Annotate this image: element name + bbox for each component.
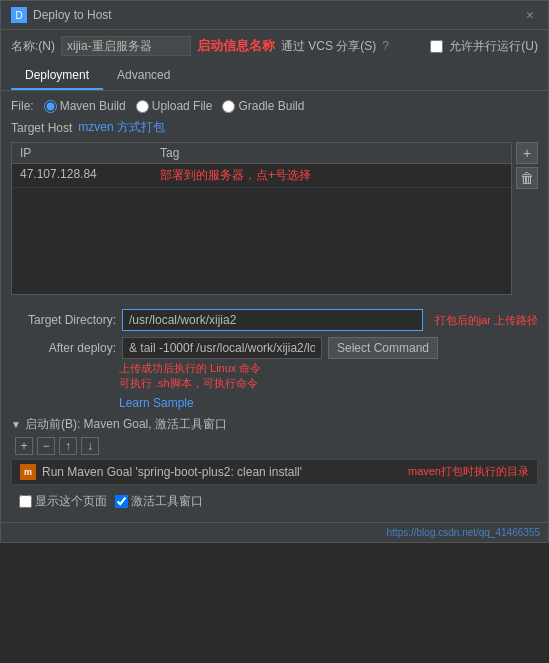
col-tag: Tag [160,146,179,160]
trash-icon: 🗑 [520,170,534,186]
toolbar-add-button[interactable]: + [15,437,33,455]
target-dir-annotation: 打包后的jar 上传路径 [435,313,538,328]
learn-sample-link[interactable]: Learn Sample [119,396,194,410]
after-deploy-label: After deploy: [11,341,116,355]
file-label: File: [11,99,34,113]
cell-ip: 47.107.128.84 [20,167,160,184]
target-dir-row: Target Directory: 打包后的jar 上传路径 [11,309,538,331]
tab-deployment[interactable]: Deployment [11,62,103,90]
allow-parallel-checkbox[interactable] [430,40,443,53]
window-icon: D [11,7,27,23]
learn-sample-row: Learn Sample [11,396,538,410]
before-deploy-label: 启动前(B): Maven Goal, 激活工具窗口 [25,416,227,433]
name-input[interactable] [61,36,191,56]
footer: https://blog.csdn.net/qq_41466355 [1,522,548,542]
name-label: 名称:(N) [11,38,55,55]
radio-maven[interactable]: Maven Build [44,99,126,113]
delete-host-button[interactable]: 🗑 [516,167,538,189]
col-ip: IP [20,146,160,160]
hosts-table: IP Tag 47.107.128.84 部署到的服务器，点+号选择 [11,142,512,295]
annotation-line1: 上传成功后执行的 Linux 命令 [119,361,538,376]
show-page-label: 显示这个页面 [35,493,107,510]
tabs-bar: Deployment Advanced [1,62,548,91]
target-host-label: Target Host [11,121,72,135]
toolbar-remove-button[interactable]: − [37,437,55,455]
radio-upload[interactable]: Upload File [136,99,213,113]
table-section: IP Tag 47.107.128.84 部署到的服务器，点+号选择 + 🗑 [11,142,538,301]
maven-run-text: Run Maven Goal 'spring-boot-plus2: clean… [42,465,402,479]
show-page-checkbox[interactable] [19,495,32,508]
after-deploy-input[interactable] [122,337,322,359]
deployment-content: File: Maven Build Upload File Gradle Bui… [1,91,548,522]
table-action-buttons: + 🗑 [516,142,538,301]
name-row: 名称:(N) 启动信息名称 通过 VCS 分享(S) ? 允许并行运行(U) [1,30,548,62]
toolbar-up-button[interactable]: ↑ [59,437,77,455]
select-command-button[interactable]: Select Command [328,337,438,359]
cell-tag: 部署到的服务器，点+号选择 [160,167,311,184]
activate-tool-option[interactable]: 激活工具窗口 [115,493,203,510]
activate-tool-label: 激活工具窗口 [131,493,203,510]
maven-icon: m [20,464,36,480]
target-dir-input[interactable] [122,309,423,331]
add-host-button[interactable]: + [516,142,538,164]
target-host-annotation: mzven 方式打包 [78,119,165,136]
footer-link[interactable]: https://blog.csdn.net/qq_41466355 [387,527,540,538]
table-body: 47.107.128.84 部署到的服务器，点+号选择 [12,164,511,294]
after-deploy-annotation: 上传成功后执行的 Linux 命令 可执行 .sh脚本，可执行命令 [119,361,538,392]
after-deploy-row: After deploy: Select Command 上传成功后执行的 Li… [11,337,538,392]
maven-annotation: maven打包时执行的目录 [408,464,529,479]
window-title: Deploy to Host [33,8,112,22]
close-button[interactable]: × [522,7,538,23]
tab-advanced[interactable]: Advanced [103,62,184,90]
toolbar-down-button[interactable]: ↓ [81,437,99,455]
before-deploy-header: ▼ 启动前(B): Maven Goal, 激活工具窗口 [11,416,538,433]
allow-parallel-label: 允许并行运行(U) [449,38,538,55]
collapse-icon[interactable]: ▼ [11,419,21,430]
activate-tool-checkbox[interactable] [115,495,128,508]
radio-gradle[interactable]: Gradle Build [222,99,304,113]
allow-parallel-row: 允许并行运行(U) [430,38,538,55]
maven-run-row[interactable]: m Run Maven Goal 'spring-boot-plus2: cle… [11,459,538,485]
after-deploy-main: After deploy: Select Command [11,337,538,359]
name-annotation: 启动信息名称 [197,37,275,55]
main-window: D Deploy to Host × 名称:(N) 启动信息名称 通过 VCS … [0,0,549,543]
vcs-label: 通过 VCS 分享(S) [281,38,376,55]
annotation-line2: 可执行 .sh脚本，可执行命令 [119,376,538,391]
titlebar: D Deploy to Host × [1,1,548,30]
bottom-options-row: 显示这个页面 激活工具窗口 [11,489,538,514]
file-row: File: Maven Build Upload File Gradle Bui… [11,99,538,113]
target-dir-label: Target Directory: [11,313,116,327]
toolbar-row: + − ↑ ↓ [11,437,538,455]
table-row[interactable]: 47.107.128.84 部署到的服务器，点+号选择 [12,164,511,188]
titlebar-left: D Deploy to Host [11,7,112,23]
table-header: IP Tag [12,143,511,164]
target-host-row: Target Host mzven 方式打包 [11,119,538,136]
help-icon: ? [382,39,389,53]
show-page-option[interactable]: 显示这个页面 [19,493,107,510]
